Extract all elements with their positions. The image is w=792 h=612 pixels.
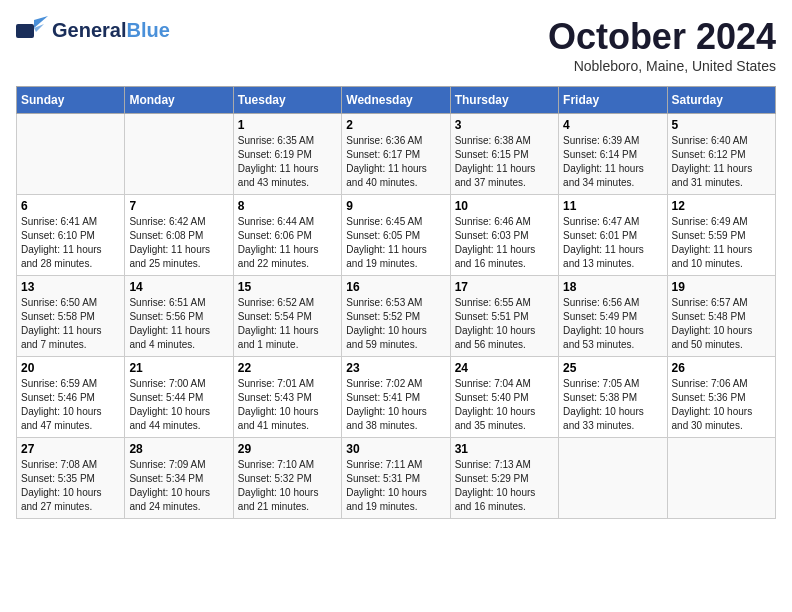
calendar-cell: 22Sunrise: 7:01 AM Sunset: 5:43 PM Dayli…: [233, 357, 341, 438]
calendar-header-row: SundayMondayTuesdayWednesdayThursdayFrid…: [17, 87, 776, 114]
day-info: Sunrise: 6:44 AM Sunset: 6:06 PM Dayligh…: [238, 215, 337, 271]
day-info: Sunrise: 6:35 AM Sunset: 6:19 PM Dayligh…: [238, 134, 337, 190]
day-number: 25: [563, 361, 662, 375]
day-number: 12: [672, 199, 771, 213]
weekday-header: Tuesday: [233, 87, 341, 114]
calendar-cell: 27Sunrise: 7:08 AM Sunset: 5:35 PM Dayli…: [17, 438, 125, 519]
calendar-week-row: 20Sunrise: 6:59 AM Sunset: 5:46 PM Dayli…: [17, 357, 776, 438]
calendar-week-row: 13Sunrise: 6:50 AM Sunset: 5:58 PM Dayli…: [17, 276, 776, 357]
calendar-cell: 21Sunrise: 7:00 AM Sunset: 5:44 PM Dayli…: [125, 357, 233, 438]
day-info: Sunrise: 7:10 AM Sunset: 5:32 PM Dayligh…: [238, 458, 337, 514]
day-info: Sunrise: 7:02 AM Sunset: 5:41 PM Dayligh…: [346, 377, 445, 433]
calendar-cell: 10Sunrise: 6:46 AM Sunset: 6:03 PM Dayli…: [450, 195, 558, 276]
day-number: 6: [21, 199, 120, 213]
day-number: 13: [21, 280, 120, 294]
month-title: October 2024: [548, 16, 776, 58]
day-info: Sunrise: 6:47 AM Sunset: 6:01 PM Dayligh…: [563, 215, 662, 271]
day-number: 15: [238, 280, 337, 294]
logo-icon: [16, 16, 48, 44]
day-number: 3: [455, 118, 554, 132]
day-info: Sunrise: 7:05 AM Sunset: 5:38 PM Dayligh…: [563, 377, 662, 433]
calendar-week-row: 27Sunrise: 7:08 AM Sunset: 5:35 PM Dayli…: [17, 438, 776, 519]
calendar-week-row: 6Sunrise: 6:41 AM Sunset: 6:10 PM Daylig…: [17, 195, 776, 276]
day-number: 2: [346, 118, 445, 132]
day-number: 18: [563, 280, 662, 294]
day-info: Sunrise: 6:40 AM Sunset: 6:12 PM Dayligh…: [672, 134, 771, 190]
day-info: Sunrise: 6:51 AM Sunset: 5:56 PM Dayligh…: [129, 296, 228, 352]
calendar-cell: 12Sunrise: 6:49 AM Sunset: 5:59 PM Dayli…: [667, 195, 775, 276]
day-info: Sunrise: 6:36 AM Sunset: 6:17 PM Dayligh…: [346, 134, 445, 190]
location: Nobleboro, Maine, United States: [548, 58, 776, 74]
day-info: Sunrise: 6:39 AM Sunset: 6:14 PM Dayligh…: [563, 134, 662, 190]
day-number: 16: [346, 280, 445, 294]
calendar-table: SundayMondayTuesdayWednesdayThursdayFrid…: [16, 86, 776, 519]
day-info: Sunrise: 7:04 AM Sunset: 5:40 PM Dayligh…: [455, 377, 554, 433]
logo: GeneralBlue: [16, 16, 170, 44]
calendar-cell: [667, 438, 775, 519]
day-info: Sunrise: 6:49 AM Sunset: 5:59 PM Dayligh…: [672, 215, 771, 271]
weekday-header: Friday: [559, 87, 667, 114]
day-info: Sunrise: 7:06 AM Sunset: 5:36 PM Dayligh…: [672, 377, 771, 433]
day-number: 20: [21, 361, 120, 375]
calendar-cell: 4Sunrise: 6:39 AM Sunset: 6:14 PM Daylig…: [559, 114, 667, 195]
day-number: 8: [238, 199, 337, 213]
day-number: 10: [455, 199, 554, 213]
day-info: Sunrise: 6:57 AM Sunset: 5:48 PM Dayligh…: [672, 296, 771, 352]
calendar-cell: 2Sunrise: 6:36 AM Sunset: 6:17 PM Daylig…: [342, 114, 450, 195]
day-number: 27: [21, 442, 120, 456]
calendar-cell: 16Sunrise: 6:53 AM Sunset: 5:52 PM Dayli…: [342, 276, 450, 357]
day-info: Sunrise: 7:00 AM Sunset: 5:44 PM Dayligh…: [129, 377, 228, 433]
day-info: Sunrise: 6:45 AM Sunset: 6:05 PM Dayligh…: [346, 215, 445, 271]
day-info: Sunrise: 7:01 AM Sunset: 5:43 PM Dayligh…: [238, 377, 337, 433]
day-number: 7: [129, 199, 228, 213]
day-info: Sunrise: 6:59 AM Sunset: 5:46 PM Dayligh…: [21, 377, 120, 433]
day-info: Sunrise: 7:09 AM Sunset: 5:34 PM Dayligh…: [129, 458, 228, 514]
weekday-header: Monday: [125, 87, 233, 114]
calendar-cell: 13Sunrise: 6:50 AM Sunset: 5:58 PM Dayli…: [17, 276, 125, 357]
day-info: Sunrise: 7:08 AM Sunset: 5:35 PM Dayligh…: [21, 458, 120, 514]
day-info: Sunrise: 6:53 AM Sunset: 5:52 PM Dayligh…: [346, 296, 445, 352]
calendar-cell: 28Sunrise: 7:09 AM Sunset: 5:34 PM Dayli…: [125, 438, 233, 519]
day-info: Sunrise: 6:56 AM Sunset: 5:49 PM Dayligh…: [563, 296, 662, 352]
calendar-cell: 11Sunrise: 6:47 AM Sunset: 6:01 PM Dayli…: [559, 195, 667, 276]
day-number: 9: [346, 199, 445, 213]
svg-rect-0: [16, 24, 34, 38]
day-info: Sunrise: 6:55 AM Sunset: 5:51 PM Dayligh…: [455, 296, 554, 352]
weekday-header: Sunday: [17, 87, 125, 114]
calendar-cell: 3Sunrise: 6:38 AM Sunset: 6:15 PM Daylig…: [450, 114, 558, 195]
calendar-cell: 19Sunrise: 6:57 AM Sunset: 5:48 PM Dayli…: [667, 276, 775, 357]
calendar-cell: 8Sunrise: 6:44 AM Sunset: 6:06 PM Daylig…: [233, 195, 341, 276]
day-number: 28: [129, 442, 228, 456]
calendar-cell: 20Sunrise: 6:59 AM Sunset: 5:46 PM Dayli…: [17, 357, 125, 438]
calendar-cell: 15Sunrise: 6:52 AM Sunset: 5:54 PM Dayli…: [233, 276, 341, 357]
day-number: 19: [672, 280, 771, 294]
day-number: 4: [563, 118, 662, 132]
calendar-cell: 26Sunrise: 7:06 AM Sunset: 5:36 PM Dayli…: [667, 357, 775, 438]
day-number: 24: [455, 361, 554, 375]
day-number: 11: [563, 199, 662, 213]
day-info: Sunrise: 6:50 AM Sunset: 5:58 PM Dayligh…: [21, 296, 120, 352]
day-number: 17: [455, 280, 554, 294]
day-number: 30: [346, 442, 445, 456]
day-number: 22: [238, 361, 337, 375]
calendar-cell: 25Sunrise: 7:05 AM Sunset: 5:38 PM Dayli…: [559, 357, 667, 438]
day-number: 21: [129, 361, 228, 375]
calendar-cell: 23Sunrise: 7:02 AM Sunset: 5:41 PM Dayli…: [342, 357, 450, 438]
calendar-cell: 7Sunrise: 6:42 AM Sunset: 6:08 PM Daylig…: [125, 195, 233, 276]
weekday-header: Thursday: [450, 87, 558, 114]
calendar-cell: 31Sunrise: 7:13 AM Sunset: 5:29 PM Dayli…: [450, 438, 558, 519]
page-header: GeneralBlue October 2024 Nobleboro, Main…: [16, 16, 776, 74]
day-info: Sunrise: 7:11 AM Sunset: 5:31 PM Dayligh…: [346, 458, 445, 514]
day-info: Sunrise: 7:13 AM Sunset: 5:29 PM Dayligh…: [455, 458, 554, 514]
calendar-cell: 29Sunrise: 7:10 AM Sunset: 5:32 PM Dayli…: [233, 438, 341, 519]
day-info: Sunrise: 6:46 AM Sunset: 6:03 PM Dayligh…: [455, 215, 554, 271]
calendar-week-row: 1Sunrise: 6:35 AM Sunset: 6:19 PM Daylig…: [17, 114, 776, 195]
calendar-cell: 14Sunrise: 6:51 AM Sunset: 5:56 PM Dayli…: [125, 276, 233, 357]
day-number: 29: [238, 442, 337, 456]
calendar-cell: 9Sunrise: 6:45 AM Sunset: 6:05 PM Daylig…: [342, 195, 450, 276]
calendar-cell: 24Sunrise: 7:04 AM Sunset: 5:40 PM Dayli…: [450, 357, 558, 438]
calendar-cell: 18Sunrise: 6:56 AM Sunset: 5:49 PM Dayli…: [559, 276, 667, 357]
day-info: Sunrise: 6:41 AM Sunset: 6:10 PM Dayligh…: [21, 215, 120, 271]
day-number: 1: [238, 118, 337, 132]
day-info: Sunrise: 6:38 AM Sunset: 6:15 PM Dayligh…: [455, 134, 554, 190]
